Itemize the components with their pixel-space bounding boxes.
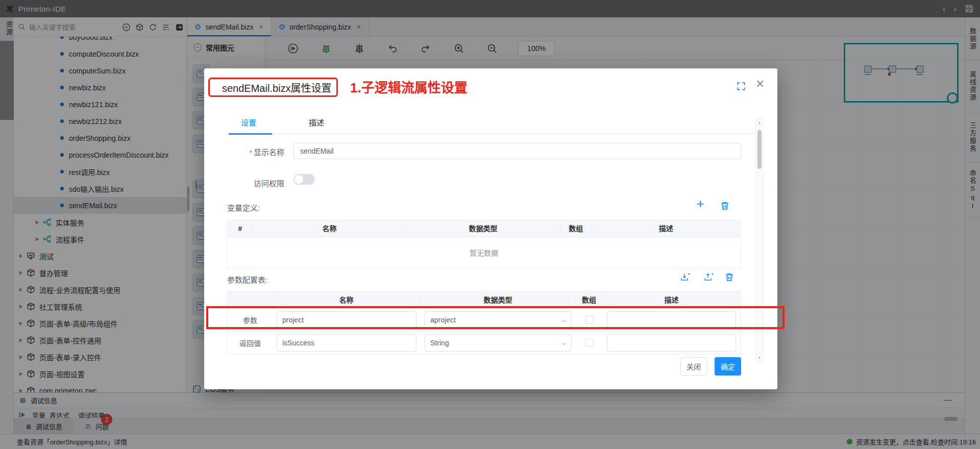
access-toggle[interactable] bbox=[293, 174, 315, 185]
annotation-title-box bbox=[208, 78, 338, 97]
close-button[interactable]: 关闭 bbox=[680, 357, 707, 376]
fullscreen-icon[interactable] bbox=[737, 82, 746, 91]
add-variable-icon[interactable]: + bbox=[695, 199, 705, 209]
scroll-down-icon[interactable]: ▼ bbox=[756, 356, 763, 360]
annotation-title-note: 1.子逻辑流属性设置 bbox=[350, 78, 468, 97]
scroll-up-icon[interactable]: ▲ bbox=[756, 120, 763, 125]
var-col-header: 数据类型 bbox=[406, 220, 560, 237]
active-tab-underline bbox=[229, 133, 272, 135]
param-description-input[interactable] bbox=[607, 334, 736, 352]
param-array-checkbox[interactable] bbox=[585, 339, 594, 347]
dialog-tab-设置[interactable]: 设置 bbox=[241, 117, 256, 128]
annotation-param-row-box bbox=[206, 306, 785, 329]
export-params-icon[interactable] bbox=[704, 272, 714, 282]
delete-variable-icon[interactable] bbox=[720, 201, 730, 211]
var-col-header: 名称 bbox=[253, 220, 406, 237]
var-col-header: 描述 bbox=[592, 220, 740, 237]
variables-empty-text: 暂无数据 bbox=[228, 237, 740, 269]
params-section-label: 参数配置表: bbox=[227, 274, 267, 285]
param-datatype-select[interactable]: String bbox=[425, 334, 572, 352]
properties-dialog: sendEMail.bizx属性设置 ✕ 设置描述 ▲ ▼ *显示名称 访问权限… bbox=[204, 68, 777, 389]
param-type-label: 返回值 bbox=[228, 332, 273, 355]
access-label: 访问权限 bbox=[227, 178, 284, 188]
close-icon[interactable]: ✕ bbox=[755, 78, 765, 91]
variables-table: #名称数据类型数组描述 暂无数据 bbox=[227, 220, 741, 269]
param-name-input[interactable]: isSuccess bbox=[277, 334, 416, 352]
var-col-header: # bbox=[228, 220, 253, 237]
display-name-label: *显示名称 bbox=[227, 146, 284, 157]
import-params-icon[interactable] bbox=[680, 272, 691, 282]
scrollbar-thumb[interactable] bbox=[757, 130, 762, 169]
ok-button[interactable]: 确定 bbox=[715, 357, 741, 376]
dialog-tab-描述[interactable]: 描述 bbox=[309, 117, 324, 128]
display-name-input[interactable] bbox=[293, 143, 741, 159]
var-col-header: 数组 bbox=[560, 220, 592, 237]
variables-section-label: 变量定义: bbox=[227, 202, 260, 213]
ide-screen: Primeton-IDE ‹ › 资源 输入关键字搜索 AI buyGood.b… bbox=[0, 0, 980, 449]
dialog-tab-bar: 设置描述 bbox=[227, 117, 754, 134]
delete-param-icon[interactable] bbox=[724, 272, 734, 282]
param-row-返回值: 返回值isSuccessString bbox=[228, 332, 740, 355]
